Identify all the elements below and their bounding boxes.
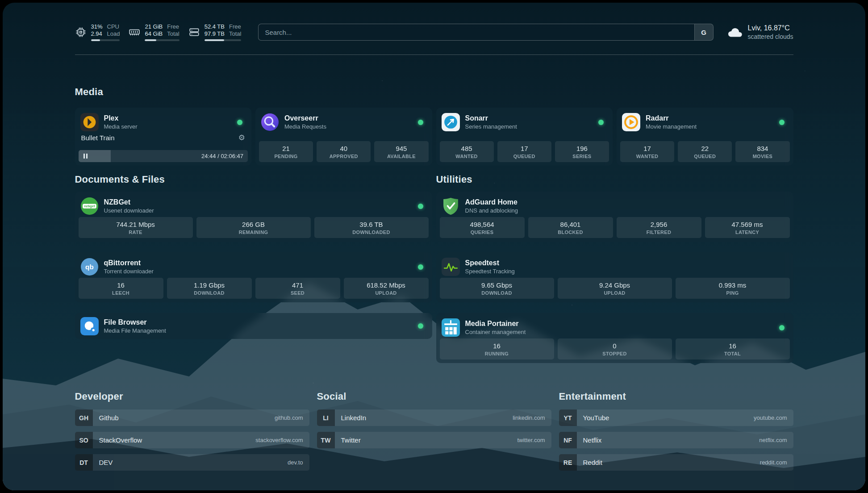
settings-gear-icon[interactable]: ⚙	[238, 134, 245, 142]
service-description: Media Requests	[284, 123, 326, 130]
stackoverflow-icon: SO	[75, 432, 93, 448]
service-card-portainer[interactable]: Media Portainer Container management 16 …	[436, 313, 793, 363]
memory-progress-bar	[145, 39, 179, 41]
cpu-sublabel: Load	[107, 30, 120, 38]
bookmark-url: twitter.com	[517, 437, 545, 443]
portainer-icon	[442, 318, 460, 337]
documents-section-title: Documents & Files	[75, 174, 432, 185]
memory-progress-fill	[145, 39, 156, 41]
header-divider	[75, 54, 793, 55]
bookmark-youtube[interactable]: YT YouTube youtube.com	[559, 409, 793, 426]
stat-available: 945 AVAILABLE	[374, 141, 428, 162]
service-card-filebrowser[interactable]: File Browser Media File Management	[75, 313, 432, 339]
service-card-overseerr[interactable]: Overseerr Media Requests 21 PENDING 40 A…	[255, 108, 432, 166]
service-card-radarr[interactable]: Radarr Movie management 17 WANTED 22 QUE…	[617, 108, 793, 166]
bookmark-url: dev.to	[288, 459, 303, 466]
stat-value: 498,564	[441, 221, 524, 229]
bookmark-url: stackoverflow.com	[255, 437, 303, 443]
section-utilities: Utilities	[436, 174, 793, 363]
stat-total: 16 TOTAL	[676, 338, 790, 359]
stat-movies: 834 MOVIES	[735, 141, 789, 162]
service-card-plex[interactable]: Plex Media server Bullet Train ⚙ 24:44 /…	[75, 108, 252, 166]
bookmark-netflix[interactable]: NF Netflix netflix.com	[559, 432, 793, 448]
status-dot	[598, 120, 604, 125]
radarr-icon	[622, 113, 640, 131]
filebrowser-icon	[80, 317, 99, 335]
service-name: Radarr	[646, 114, 697, 122]
disk-progress-bar	[204, 39, 242, 41]
plex-playback-bar[interactable]: 24:44 / 02:06:47	[79, 150, 248, 162]
stat-remaining: 266 GB REMAINING	[196, 217, 311, 238]
stat-queued: 22 QUEUED	[678, 141, 732, 162]
status-dot	[418, 323, 423, 329]
stat-label: STOPPED	[559, 351, 671, 356]
stat-value: 16	[441, 342, 553, 350]
section-documents: Documents & Files nzbget NZBGet	[75, 174, 432, 363]
resource-widgets: 31% 2.94 CPU Load	[75, 23, 243, 41]
stat-label: DOWNLOAD	[441, 290, 553, 296]
status-dot	[779, 120, 785, 125]
bookmark-twitter[interactable]: TW Twitter twitter.com	[317, 432, 551, 448]
stat-label: DOWNLOAD	[168, 290, 251, 296]
speedtest-icon	[442, 258, 460, 276]
bookmark-name: Reddit	[583, 459, 602, 466]
stat-value: 21	[260, 145, 312, 153]
stat-value: 16	[676, 342, 789, 350]
reddit-icon: RE	[559, 454, 577, 471]
plex-icon	[80, 113, 99, 131]
bookmark-linkedin[interactable]: LI LinkedIn linkedin.com	[317, 409, 551, 426]
stat-rate: 744.21 Mbps RATE	[79, 217, 193, 238]
service-card-qbittorrent[interactable]: qb qBittorrent Torrent downloader 16 LEE…	[75, 252, 432, 302]
adguard-icon	[442, 197, 460, 215]
bookmark-group-entertainment: Entertainment YT YouTube youtube.com NF …	[559, 391, 793, 471]
pause-icon[interactable]	[83, 154, 88, 159]
stat-label: BLOCKED	[529, 230, 612, 235]
status-dot	[779, 325, 785, 330]
service-name: Sonarr	[465, 114, 517, 122]
bookmark-dev[interactable]: DT DEV dev.to	[75, 454, 309, 471]
cpu-progress-fill	[91, 39, 100, 41]
disk-progress-fill	[204, 39, 225, 41]
overseerr-icon	[261, 113, 279, 131]
search-provider-button[interactable]: G	[694, 24, 713, 40]
stat-upload: 9.24 Gbps UPLOAD	[558, 278, 672, 299]
stat-value: 945	[375, 145, 427, 153]
service-card-speedtest[interactable]: Speedtest Speedtest Tracking 9.65 Gbps D…	[436, 252, 793, 302]
bookmark-name: Github	[99, 414, 119, 422]
nzbget-icon: nzbget	[80, 197, 99, 215]
service-card-adguard[interactable]: AdGuard Home DNS and adblocking 498,564 …	[436, 192, 793, 242]
search-input[interactable]	[259, 24, 694, 40]
service-name: NZBGet	[104, 198, 154, 206]
search-bar: G	[258, 24, 713, 41]
bookmark-reddit[interactable]: RE Reddit reddit.com	[559, 454, 793, 471]
cpu-widget: 31% 2.94 CPU Load	[75, 23, 122, 41]
stat-wanted: 17 WANTED	[620, 141, 674, 162]
stat-value: 471	[256, 281, 339, 289]
top-bar: 31% 2.94 CPU Load	[75, 21, 793, 44]
service-card-nzbget[interactable]: nzbget NZBGet Usenet downloader 744.21 M…	[75, 192, 432, 242]
stat-value: 17	[498, 145, 551, 153]
service-card-sonarr[interactable]: Sonarr Series management 485 WANTED 17 Q…	[436, 108, 613, 166]
stat-label: MOVIES	[736, 154, 789, 159]
stat-value: 2,956	[618, 221, 701, 229]
cloud-icon	[727, 25, 743, 39]
dev-icon: DT	[75, 454, 93, 471]
media-section-title: Media	[75, 86, 793, 98]
bookmark-group-social: Social LI LinkedIn linkedin.com TW Twitt…	[317, 391, 551, 471]
stat-value: 618.52 Mbps	[345, 281, 428, 289]
bookmark-stackoverflow[interactable]: SO StackOverflow stackoverflow.com	[75, 432, 309, 448]
stat-value: 9.65 Gbps	[441, 281, 553, 289]
playback-time: 24:44 / 02:06:47	[201, 153, 243, 159]
stat-running: 16 RUNNING	[440, 338, 554, 359]
stat-value: 834	[736, 145, 789, 153]
stat-value: 22	[679, 145, 731, 153]
service-description: Torrent downloader	[104, 268, 154, 275]
bookmark-github[interactable]: GH Github github.com	[75, 409, 309, 426]
service-description: Media server	[104, 123, 138, 130]
stat-value: 266 GB	[197, 221, 310, 229]
cpu-icon	[75, 26, 87, 38]
stat-blocked: 86,401 BLOCKED	[528, 217, 613, 238]
stat-label: WANTED	[441, 154, 493, 159]
svg-text:nzbget: nzbget	[84, 204, 95, 208]
svg-text:qb: qb	[85, 263, 94, 271]
